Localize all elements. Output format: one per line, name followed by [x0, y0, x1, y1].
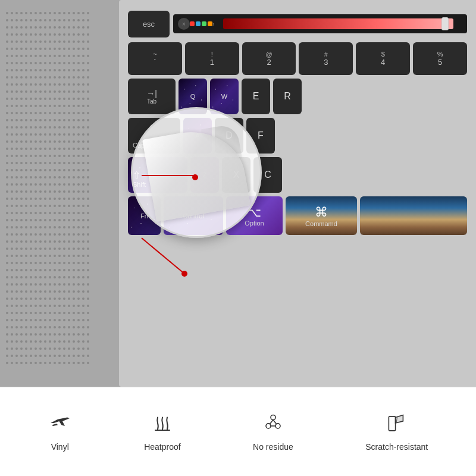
- grille-dot: [68, 219, 70, 221]
- grille-dot: [39, 105, 42, 107]
- grille-dot: [20, 333, 23, 336]
- grille-dot: [30, 112, 32, 114]
- grille-dot: [87, 183, 89, 186]
- grille-dot: [35, 269, 37, 271]
- grille-dot: [39, 255, 42, 257]
- grille-dot: [54, 305, 56, 307]
- grille-dot: [73, 340, 75, 343]
- key-backtick[interactable]: ~ `: [128, 42, 182, 75]
- grille-dot: [87, 162, 89, 164]
- grille-dot: [20, 148, 23, 150]
- grille-dot: [30, 83, 32, 86]
- grille-dot: [82, 233, 84, 236]
- key-num: 4: [381, 58, 385, 67]
- c-label: C: [264, 170, 271, 180]
- grille-dot: [87, 233, 89, 236]
- grille-dot: [30, 290, 32, 293]
- grille-dot: [35, 119, 37, 121]
- grille-dot: [77, 269, 80, 271]
- grille-dot: [6, 76, 8, 79]
- grille-dot: [25, 233, 27, 236]
- key-4[interactable]: $ 4: [356, 42, 410, 75]
- grille-dot: [15, 205, 18, 207]
- grille-dot: [35, 62, 37, 64]
- grille-dot: [15, 319, 18, 321]
- grille-dot: [35, 355, 37, 357]
- grille-dot: [6, 248, 8, 250]
- grille-dot: [63, 190, 65, 193]
- key-5[interactable]: % 5: [413, 42, 467, 75]
- grille-dot: [63, 198, 65, 200]
- grille-dot: [39, 112, 42, 114]
- key-r[interactable]: R: [273, 79, 302, 114]
- key-e[interactable]: E: [242, 79, 270, 114]
- grille-dot: [35, 133, 37, 136]
- grille-dot: [73, 155, 75, 157]
- grille-dot: [87, 62, 89, 64]
- touchbar[interactable]: × ›: [173, 14, 467, 33]
- grille-dot: [35, 340, 37, 343]
- grille-dot: [30, 98, 32, 100]
- grille-dot: [15, 169, 18, 171]
- grille-dot: [35, 205, 37, 207]
- grille-dot: [77, 62, 80, 64]
- grille-dot: [44, 326, 46, 328]
- grille-dot: [6, 240, 8, 243]
- grille-dot: [6, 48, 8, 50]
- grille-dot: [73, 262, 75, 264]
- grille-dot: [54, 248, 56, 250]
- key-1[interactable]: ! 1: [185, 42, 239, 75]
- grille-dot: [68, 169, 70, 171]
- grille-dot: [11, 333, 13, 336]
- grille-dot: [6, 62, 8, 64]
- grille-dot: [63, 62, 65, 64]
- key-command[interactable]: ⌘ Commamd: [286, 196, 357, 235]
- touchbar-close-btn[interactable]: ×: [178, 18, 190, 30]
- key-w[interactable]: W: [210, 79, 239, 114]
- grille-dot: [49, 298, 51, 300]
- grille-dot: [63, 26, 65, 29]
- grille-dot: [11, 298, 13, 300]
- grille-dot: [54, 48, 56, 50]
- grille-dot: [11, 240, 13, 243]
- grille-dot: [30, 190, 32, 193]
- key-3[interactable]: # 3: [299, 42, 353, 75]
- grille-dot: [35, 105, 37, 107]
- grille-dot: [73, 19, 75, 21]
- grille-dot: [20, 176, 23, 178]
- grille-dot: [20, 340, 23, 343]
- grille-dot: [6, 355, 8, 357]
- grille-dot: [68, 148, 70, 150]
- grille-dot: [15, 355, 18, 357]
- key-esc[interactable]: esc: [128, 11, 170, 37]
- grille-dot: [15, 48, 18, 50]
- grille-dot: [58, 269, 61, 271]
- key-2[interactable]: @ 2: [242, 42, 296, 75]
- grille-dot: [68, 355, 70, 357]
- grille-dot: [35, 290, 37, 293]
- grille-dot: [20, 126, 23, 129]
- no-residue-label: No residue: [253, 442, 293, 452]
- grille-dot: [58, 169, 61, 171]
- grille-dot: [30, 233, 32, 236]
- keyboard-section: esc × ›: [0, 0, 476, 387]
- grille-dot: [39, 355, 42, 357]
- grille-dot: [11, 290, 13, 293]
- grille-dot: [15, 140, 18, 143]
- grille-dot: [44, 98, 46, 100]
- touchbar-brightness-slider[interactable]: [223, 18, 453, 29]
- grille-dot: [15, 98, 18, 100]
- key-tab[interactable]: →| Tab: [128, 79, 176, 114]
- grille-dot: [77, 326, 80, 328]
- key-space[interactable]: [360, 196, 467, 235]
- grille-dot: [54, 233, 56, 236]
- grille-dot: [44, 40, 46, 43]
- grille-dot: [25, 219, 27, 221]
- grille-dot: [73, 162, 75, 164]
- grille-dot: [11, 112, 13, 114]
- grille-dot: [6, 119, 8, 121]
- grille-dot: [15, 312, 18, 314]
- grille-dot: [6, 12, 8, 14]
- feature-heatproof: Heatproof: [144, 412, 180, 452]
- grille-dot: [25, 148, 27, 150]
